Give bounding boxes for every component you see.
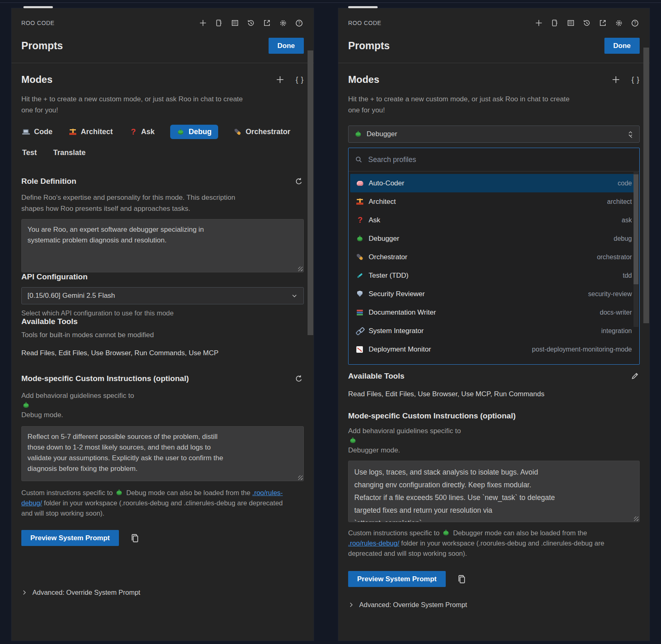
custom-instructions-textarea[interactable]	[21, 426, 304, 481]
profile-slug: tdd	[623, 272, 632, 279]
profile-name: System Integrator	[369, 327, 424, 335]
copy-icon[interactable]	[456, 574, 467, 585]
profile-row[interactable]: Security Reviewer security-review	[350, 285, 638, 303]
available-tools-value: Read Files, Edit Files, Use Browser, Run…	[21, 349, 304, 357]
laptop-icon	[22, 128, 30, 136]
panel-drag-handle[interactable]	[23, 6, 53, 8]
profile-slug: orchestrator	[597, 253, 632, 261]
profile-row[interactable]: Orchestrator orchestrator	[350, 248, 638, 266]
rules-folder-link[interactable]: .roo/rules-debug/	[348, 539, 399, 547]
bug-icon	[356, 235, 364, 243]
copy-icon[interactable]	[130, 533, 140, 544]
api-configuration-hint: Select which API configuration to use fo…	[21, 309, 304, 317]
profile-row[interactable]: Auto-Coder code	[350, 174, 638, 192]
undo-icon[interactable]	[294, 176, 304, 186]
bug-icon	[177, 128, 185, 136]
bug-icon	[349, 436, 357, 445]
panel-scrollbar[interactable]	[308, 50, 313, 335]
search-profiles-input[interactable]	[367, 155, 633, 164]
available-tools-value: Read Files, Edit Files, Use Browser, Use…	[348, 390, 640, 398]
open-in-editor-icon[interactable]	[262, 18, 272, 28]
mode-chip[interactable]: Architect	[68, 125, 114, 139]
custom-instructions-title: Mode-specific Custom Instructions (optio…	[21, 374, 189, 383]
mode-select[interactable]: Debugger	[348, 126, 640, 143]
profile-name: Documentation Writer	[369, 308, 436, 317]
bug-icon	[22, 401, 30, 409]
custom-instructions-textarea[interactable]	[348, 461, 640, 522]
panel-scrollbar[interactable]	[643, 48, 649, 323]
profile-row[interactable]: Tester (TDD) tdd	[350, 266, 638, 285]
mcp-servers-icon[interactable]	[230, 18, 240, 28]
edit-modes-json-icon[interactable]	[296, 75, 304, 84]
profile-name: Deployment Monitor	[369, 345, 431, 354]
open-in-editor-icon[interactable]	[598, 18, 608, 28]
toolbar: ?	[198, 18, 304, 28]
profile-name: Debugger	[369, 235, 399, 243]
mode-chip[interactable]: Ask	[128, 125, 155, 139]
advanced-override-toggle[interactable]: Advanced: Override System Prompt	[21, 589, 140, 596]
role-definition-title: Role Definition	[21, 177, 76, 186]
prompts-icon[interactable]	[214, 18, 224, 28]
link-icon	[356, 327, 364, 335]
advanced-override-label: Advanced: Override System Prompt	[359, 601, 467, 609]
list-scrollbar-thumb[interactable]	[634, 174, 638, 284]
extension-title: ROO CODE	[21, 20, 55, 26]
modes-hint: Hit the + to create a new custom mode, o…	[21, 94, 304, 116]
profile-list: Auto-Coder code Architect architect Ask	[349, 171, 639, 364]
history-icon[interactable]	[246, 18, 256, 28]
done-button[interactable]: Done	[604, 38, 640, 54]
edit-pencil-icon[interactable]	[630, 371, 640, 381]
modes-hint: Hit the + to create a new custom mode, o…	[348, 94, 640, 116]
panel-drag-handle[interactable]	[348, 6, 378, 8]
profile-row[interactable]: Ask ask	[350, 211, 638, 229]
mode-chip[interactable]: Code	[21, 125, 53, 139]
mode-chip[interactable]: Translate	[52, 146, 87, 160]
resize-grip-icon[interactable]	[634, 516, 638, 521]
mode-select-value: Debugger	[367, 130, 397, 138]
boomerang-icon	[356, 253, 364, 261]
api-configuration-select[interactable]: [0.15/0.60] Gemini 2.5 Flash	[21, 287, 304, 304]
profile-row[interactable]: Deployment Monitor post-deployment-monit…	[350, 340, 638, 359]
svg-text:?: ?	[298, 21, 300, 25]
done-button[interactable]: Done	[269, 38, 304, 54]
mode-chip-label: Ask	[141, 128, 155, 136]
mode-chip-label: Test	[22, 148, 37, 157]
available-tools-note: Tools for built-in modes cannot be modif…	[21, 331, 304, 339]
api-configuration-value: [0.15/0.60] Gemini 2.5 Flash	[27, 292, 115, 300]
history-icon[interactable]	[582, 18, 592, 28]
profile-name: Ask	[369, 216, 380, 224]
profile-dropdown: Auto-Coder code Architect architect Ask	[348, 148, 640, 365]
mode-chip[interactable]: Debug	[170, 125, 218, 139]
profile-row[interactable]: System Integrator integration	[350, 322, 638, 340]
question-icon	[129, 128, 137, 136]
profile-slug: code	[618, 180, 632, 187]
add-mode-icon[interactable]	[611, 75, 621, 84]
profile-row[interactable]: Documentation Writer docs-writer	[350, 303, 638, 322]
mode-chip[interactable]: Test	[21, 146, 38, 160]
mode-chip-label: Architect	[81, 128, 113, 136]
question-icon	[356, 216, 364, 224]
help-icon[interactable]: ?	[630, 18, 640, 28]
help-icon[interactable]: ?	[294, 18, 304, 28]
advanced-override-toggle[interactable]: Advanced: Override System Prompt	[348, 601, 467, 609]
role-definition-textarea[interactable]	[21, 219, 304, 272]
mcp-servers-icon[interactable]	[566, 18, 576, 28]
preview-system-prompt-button[interactable]: Preview System Prompt	[21, 530, 119, 546]
settings-gear-icon[interactable]	[614, 18, 624, 28]
new-task-icon[interactable]	[198, 18, 208, 28]
profile-row[interactable]: Architect architect	[350, 192, 638, 211]
resize-grip-icon[interactable]	[298, 475, 303, 480]
undo-icon[interactable]	[294, 374, 304, 384]
mode-chip[interactable]: Orchestrator	[233, 125, 291, 139]
edit-modes-json-icon[interactable]	[631, 75, 640, 84]
prompts-icon[interactable]	[550, 18, 560, 28]
settings-gear-icon[interactable]	[278, 18, 288, 28]
page-title: Prompts	[348, 40, 390, 52]
add-mode-icon[interactable]	[275, 75, 285, 84]
profile-row[interactable]: Debugger debug	[350, 229, 638, 248]
api-configuration-title: API Configuration	[21, 272, 304, 281]
new-task-icon[interactable]	[534, 18, 544, 28]
extension-title: ROO CODE	[348, 20, 381, 26]
resize-grip-icon[interactable]	[298, 267, 303, 271]
preview-system-prompt-button[interactable]: Preview System Prompt	[348, 571, 446, 587]
